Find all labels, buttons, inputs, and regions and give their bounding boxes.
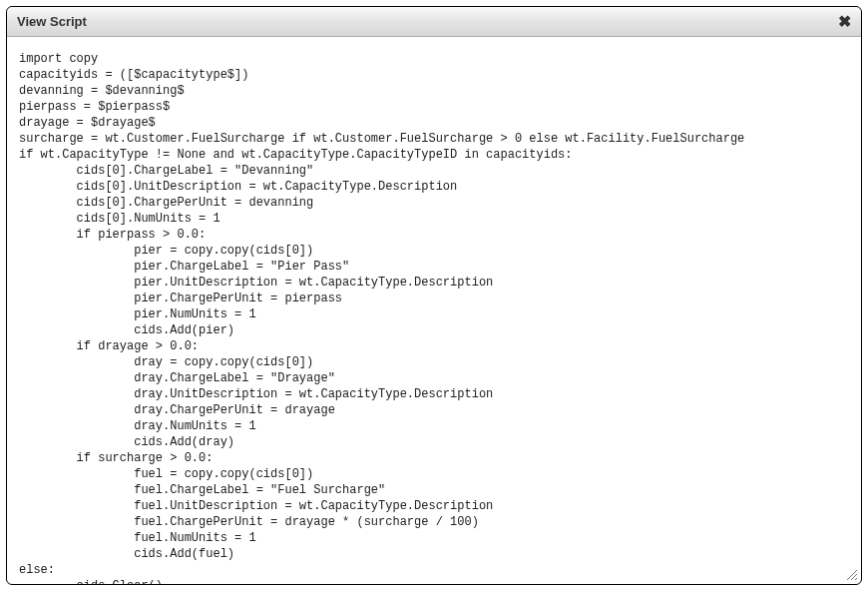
close-icon[interactable]: ✖	[838, 14, 851, 30]
view-script-dialog: View Script ✖ import copy capacityids = …	[6, 6, 862, 585]
resize-handle[interactable]	[844, 567, 858, 581]
dialog-titlebar[interactable]: View Script ✖	[7, 7, 861, 37]
svg-line-2	[855, 578, 857, 580]
dialog-title: View Script	[17, 14, 87, 29]
script-code: import copy capacityids = ([$capacitytyp…	[19, 51, 849, 584]
dialog-content: import copy capacityids = ([$capacitytyp…	[7, 37, 861, 584]
